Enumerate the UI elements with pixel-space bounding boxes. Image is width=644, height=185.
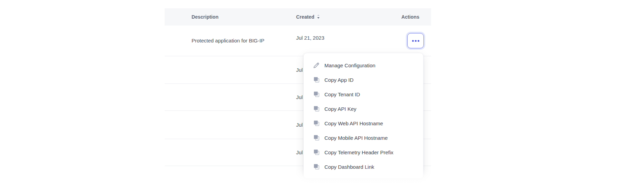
- menu-item-copy-app-id[interactable]: Copy App ID: [304, 72, 423, 87]
- actions-cell: [401, 33, 431, 48]
- copy-icon: [313, 91, 320, 98]
- menu-item-label: Copy Mobile API Hostname: [324, 135, 388, 141]
- menu-item-label: Manage Configuration: [324, 62, 375, 68]
- menu-item-label: Copy Dashboard Link: [324, 164, 374, 170]
- menu-item-copy-mobile-api-hostname[interactable]: Copy Mobile API Hostname: [304, 130, 423, 145]
- column-header-actions: Actions: [401, 14, 431, 20]
- copy-icon: [313, 120, 320, 127]
- column-header-description: Description: [165, 14, 296, 20]
- copy-icon: [313, 105, 320, 113]
- menu-item-label: Copy API Key: [324, 106, 357, 112]
- menu-item-copy-telemetry-header-prefix[interactable]: Copy Telemetry Header Prefix: [304, 145, 423, 159]
- menu-item-copy-api-key[interactable]: Copy API Key: [304, 101, 423, 116]
- pencil-icon: [313, 62, 320, 69]
- copy-icon: [313, 149, 320, 156]
- column-header-created-label: Created: [296, 14, 314, 20]
- menu-item-label: Copy Tenant ID: [324, 91, 360, 97]
- menu-item-copy-tenant-id[interactable]: Copy Tenant ID: [304, 87, 423, 101]
- description-cell: Protected application for BIG-IP: [165, 36, 296, 46]
- copy-icon: [313, 134, 320, 142]
- menu-item-label: Copy App ID: [324, 77, 353, 83]
- sort-carets-icon[interactable]: [317, 14, 320, 20]
- table-row: Protected application for BIG-IP Jul 21,…: [165, 26, 431, 56]
- created-cell: Jul 21, 2023: [296, 26, 401, 41]
- menu-item-copy-web-api-hostname[interactable]: Copy Web API Hostname: [304, 116, 423, 130]
- description-text: Protected application for BIG-IP: [192, 36, 274, 46]
- column-header-created[interactable]: Created: [296, 14, 401, 20]
- menu-item-copy-dashboard-link[interactable]: Copy Dashboard Link: [304, 159, 423, 174]
- table-header: Description Created Actions: [165, 8, 431, 26]
- copy-icon: [313, 163, 320, 171]
- actions-menu: Manage Configuration Copy App ID Copy Te…: [303, 53, 423, 178]
- menu-item-label: Copy Web API Hostname: [324, 120, 383, 126]
- copy-icon: [313, 76, 320, 84]
- menu-item-label: Copy Telemetry Header Prefix: [324, 149, 393, 155]
- ellipsis-icon: [412, 40, 419, 42]
- row-actions-button[interactable]: [407, 33, 424, 48]
- menu-item-manage-configuration[interactable]: Manage Configuration: [304, 58, 423, 72]
